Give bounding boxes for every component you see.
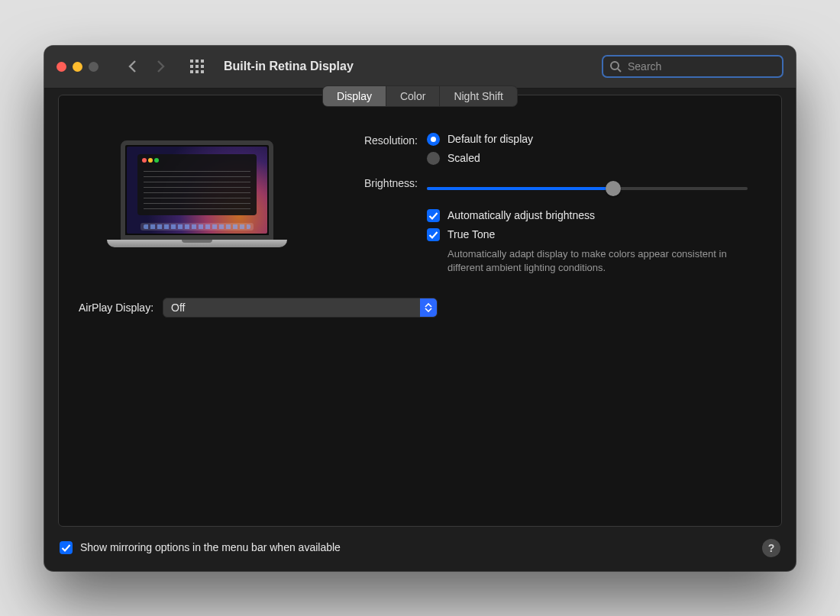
toolbar: Built-in Retina Display — [44, 46, 796, 89]
display-preview-image — [107, 140, 287, 247]
tab-bar: Display Color Night Shift — [322, 85, 518, 107]
resolution-default-radio[interactable]: Default for display — [427, 133, 761, 146]
search-field[interactable] — [602, 55, 783, 78]
radio-icon — [427, 133, 440, 146]
checkbox-icon — [427, 228, 440, 241]
forward-button — [153, 60, 167, 73]
resolution-scaled-radio[interactable]: Scaled — [427, 152, 761, 165]
show-all-icon[interactable] — [190, 60, 204, 73]
svg-rect-2 — [201, 60, 204, 63]
svg-rect-1 — [195, 60, 199, 63]
search-icon — [609, 60, 622, 73]
airplay-popup[interactable]: Off — [163, 298, 438, 318]
back-button[interactable] — [126, 60, 140, 73]
checkbox-icon — [427, 209, 440, 222]
svg-rect-7 — [195, 70, 199, 73]
show-mirroring-checkbox[interactable]: Show mirroring options in the menu bar w… — [60, 541, 341, 554]
search-input[interactable] — [626, 60, 776, 73]
show-mirroring-label: Show mirroring options in the menu bar w… — [80, 541, 341, 553]
svg-line-10 — [618, 69, 621, 72]
resolution-scaled-label: Scaled — [447, 152, 480, 164]
window-title: Built-in Retina Display — [224, 60, 354, 73]
resolution-default-label: Default for display — [447, 133, 533, 145]
tab-night-shift[interactable]: Night Shift — [440, 86, 517, 106]
true-tone-description: Automatically adapt display to make colo… — [427, 247, 732, 275]
tab-display[interactable]: Display — [323, 86, 386, 106]
airplay-value: Off — [171, 302, 420, 314]
resolution-label: Resolution: — [338, 133, 427, 147]
window-controls — [57, 62, 99, 72]
radio-icon — [427, 152, 440, 165]
svg-rect-4 — [195, 65, 199, 68]
auto-brightness-label: Automatically adjust brightness — [447, 209, 595, 221]
popup-arrows-icon — [420, 298, 437, 317]
svg-rect-5 — [201, 65, 204, 68]
minimize-window-button[interactable] — [73, 62, 82, 72]
content-panel: Display Color Night Shift — [58, 95, 782, 527]
svg-rect-3 — [190, 65, 193, 68]
brightness-label: Brightness: — [338, 176, 427, 189]
true-tone-checkbox[interactable]: True Tone — [427, 228, 761, 241]
close-window-button[interactable] — [57, 62, 66, 72]
auto-brightness-checkbox[interactable]: Automatically adjust brightness — [427, 209, 761, 222]
svg-point-9 — [611, 62, 619, 69]
tab-color[interactable]: Color — [386, 86, 440, 106]
brightness-slider[interactable] — [427, 180, 748, 197]
nav-buttons — [126, 60, 167, 73]
preferences-window: Built-in Retina Display Display Color Ni… — [44, 46, 796, 571]
true-tone-label: True Tone — [447, 228, 495, 240]
svg-rect-8 — [201, 70, 204, 73]
svg-rect-0 — [190, 60, 193, 63]
zoom-window-button — [89, 62, 99, 72]
airplay-label: AirPlay Display: — [79, 302, 153, 314]
svg-rect-6 — [190, 70, 193, 73]
help-button[interactable]: ? — [762, 539, 780, 557]
checkbox-icon — [60, 541, 73, 554]
